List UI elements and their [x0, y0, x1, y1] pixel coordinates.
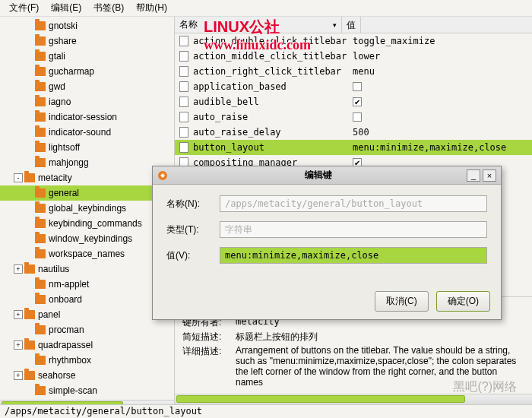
tree-item-window_keybindings[interactable]: window_keybindings	[0, 231, 174, 246]
tree-item-iagno[interactable]: iagno	[0, 94, 174, 109]
dialog-type-input	[220, 221, 487, 238]
key-icon	[179, 127, 188, 138]
detail-short: 标题栏上按钮的排列	[236, 331, 524, 344]
tree-hscroll[interactable]	[0, 400, 174, 404]
dialog-minimize-button[interactable]: _	[467, 169, 480, 182]
tree-item-procman[interactable]: procman	[0, 322, 174, 337]
tree-item-gwd[interactable]: gwd	[0, 79, 174, 94]
folder-icon	[35, 234, 46, 243]
folder-icon	[35, 280, 46, 289]
key-icon	[179, 66, 188, 77]
tree-item-keybinding_commands[interactable]: keybinding_commands	[0, 216, 174, 231]
key-name: auto_raise	[193, 112, 353, 122]
tree-item-nautilus[interactable]: +nautilus	[0, 261, 174, 277]
key-row-auto_raise[interactable]: auto_raise	[175, 109, 532, 125]
key-row-action_double_click_titlebar[interactable]: action_double_click_titlebartoggle_maxim…	[175, 33, 532, 49]
dialog-name-label: 名称(N):	[166, 198, 220, 211]
tree-item-gtali[interactable]: gtali	[0, 49, 174, 64]
key-icon	[179, 112, 188, 122]
tree-item-gucharmap[interactable]: gucharmap	[0, 64, 174, 79]
folder-icon	[35, 52, 46, 61]
key-icon	[179, 142, 188, 153]
tree-label: nautilus	[38, 264, 69, 274]
dialog-name-input	[220, 195, 487, 212]
folder-icon	[35, 82, 46, 91]
folder-icon	[35, 67, 46, 76]
checkbox[interactable]: ✔	[353, 97, 362, 106]
detail-short-label: 简短描述:	[182, 331, 236, 344]
key-icon	[179, 51, 188, 62]
keys-hscroll[interactable]	[175, 394, 532, 404]
folder-icon	[35, 386, 46, 395]
key-value: menu:minimize,maximize,close	[353, 142, 532, 153]
checkbox[interactable]	[353, 112, 362, 122]
tree-label: iagno	[49, 97, 71, 107]
key-icon	[179, 97, 188, 107]
ok-button[interactable]: 确定(O)	[436, 291, 490, 312]
key-row-auto_raise_delay[interactable]: auto_raise_delay500	[175, 125, 532, 140]
tree-item-nm-applet[interactable]: nm-applet	[0, 277, 174, 292]
expander-icon[interactable]: -	[14, 173, 23, 182]
expander-icon[interactable]: +	[14, 340, 23, 350]
key-row-application_based[interactable]: application_based	[175, 79, 532, 94]
tree-item-metacity[interactable]: -metacity	[0, 170, 174, 185]
tree-item-global_keybindings[interactable]: global_keybindings	[0, 201, 174, 216]
tree-label: global_keybindings	[49, 203, 126, 214]
tree-item-workspace_names[interactable]: workspace_names	[0, 246, 174, 261]
menu-edit[interactable]: 编辑(E)	[45, 0, 87, 16]
key-row-button_layout[interactable]: button_layoutmenu:minimize,maximize,clos…	[175, 140, 532, 155]
detail-long: Arrangement of buttons on the titlebar. …	[236, 345, 524, 388]
folder-icon	[24, 340, 35, 350]
dialog-close-button[interactable]: ×	[483, 169, 496, 182]
key-value: menu	[353, 66, 532, 77]
tree-label: quadrapassel	[38, 340, 93, 350]
expander-icon[interactable]: +	[14, 371, 23, 380]
tree-item-rhythmbox[interactable]: rhythmbox	[0, 353, 174, 368]
expander-icon[interactable]: +	[14, 310, 23, 319]
key-row-action_right_click_titlebar[interactable]: action_right_click_titlebarmenu	[175, 64, 532, 79]
tree-item-panel[interactable]: +panel	[0, 307, 174, 322]
tree-item-indicator-session[interactable]: indicator-session	[0, 109, 174, 125]
menu-bookmarks[interactable]: 书签(B)	[87, 0, 130, 16]
folder-icon	[24, 310, 35, 319]
folder-icon	[35, 249, 46, 258]
key-name: action_right_click_titlebar	[193, 66, 353, 77]
folder-icon	[35, 128, 46, 137]
menu-help[interactable]: 帮助(H)	[130, 0, 173, 16]
column-name[interactable]: 名称▾	[175, 17, 342, 33]
dialog-value-label: 值(V):	[166, 249, 220, 262]
dialog-title: 编辑键	[173, 169, 464, 182]
tree-label: gwd	[49, 81, 65, 92]
tree-item-indicator-sound[interactable]: indicator-sound	[0, 125, 174, 140]
dialog-app-icon	[157, 170, 168, 181]
key-row-action_middle_click_titlebar[interactable]: action_middle_click_titlebarlower	[175, 49, 532, 64]
checkbox[interactable]	[353, 82, 362, 91]
folder-icon	[24, 264, 35, 274]
menu-file[interactable]: 文件(F)	[3, 0, 45, 16]
tree-item-quadrapassel[interactable]: +quadrapassel	[0, 337, 174, 353]
key-row-audible_bell[interactable]: audible_bell✔	[175, 94, 532, 109]
tree-item-gnotski[interactable]: gnotski	[0, 18, 174, 33]
column-value[interactable]: 值	[342, 17, 361, 33]
folder-icon	[24, 173, 35, 182]
key-value: 500	[353, 127, 532, 138]
dialog-value-input[interactable]	[220, 247, 487, 264]
tree-item-onboard[interactable]: onboard	[0, 292, 174, 307]
expander-icon[interactable]: +	[14, 264, 23, 274]
key-name: action_double_click_titlebar	[193, 36, 353, 46]
cancel-button[interactable]: 取消(C)	[375, 291, 429, 312]
key-value: lower	[353, 51, 532, 62]
tree-item-mahjongg[interactable]: mahjongg	[0, 155, 174, 170]
dialog-titlebar[interactable]: 编辑键 _ ×	[153, 166, 501, 185]
tree-item-simple-scan[interactable]: simple-scan	[0, 383, 174, 398]
key-value: toggle_maximize	[353, 36, 532, 46]
tree-label: gnotski	[49, 21, 78, 31]
key-name: audible_bell	[193, 97, 353, 107]
tree-item-gshare[interactable]: gshare	[0, 33, 174, 49]
tree-pane: gnotskigsharegtaligucharmapgwdiagnoindic…	[0, 17, 175, 404]
tree-label: gtali	[49, 51, 65, 62]
tree-item-seahorse[interactable]: +seahorse	[0, 368, 174, 383]
edit-key-dialog: 编辑键 _ × 名称(N): 类型(T): 值(V): 取消(C) 确定(O)	[152, 166, 502, 320]
tree-item-lightsoff[interactable]: lightsoff	[0, 140, 174, 155]
tree-item-general[interactable]: general	[0, 185, 174, 201]
